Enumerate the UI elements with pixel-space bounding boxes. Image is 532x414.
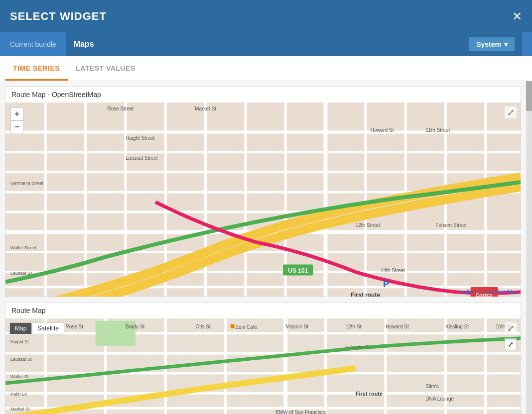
bundle-select[interactable]: Maps System ▾ bbox=[66, 32, 522, 56]
svg-text:Rose Street: Rose Street bbox=[107, 106, 133, 111]
osm-map[interactable]: US 101 First route 434A Market St Rose S… bbox=[5, 103, 521, 297]
scrollbar[interactable] bbox=[526, 81, 532, 414]
svg-text:Brady St: Brady St bbox=[126, 324, 145, 329]
google-expand-inner-icon[interactable]: ⤢ bbox=[505, 338, 517, 350]
osm-expand-icon[interactable]: ⤢ bbox=[505, 106, 517, 118]
tab-time-series[interactable]: TIME SERIES bbox=[5, 57, 68, 81]
svg-text:Kissling St: Kissling St bbox=[445, 324, 469, 329]
widget-card-osm: Route Map - OpenStreetMap bbox=[5, 86, 521, 297]
svg-text:P: P bbox=[383, 279, 389, 289]
widget-card-google: Route Map bbox=[5, 302, 521, 414]
svg-text:Haight Street: Haight Street bbox=[126, 135, 155, 141]
tab-bar: TIME SERIES LATEST VALUES bbox=[0, 56, 532, 81]
map-toggle-map[interactable]: Map bbox=[9, 322, 32, 334]
bundle-select-inner: Maps bbox=[74, 40, 470, 49]
scrollbar-thumb[interactable] bbox=[526, 81, 532, 111]
close-icon[interactable]: ✕ bbox=[512, 9, 522, 23]
svg-text:Howard St: Howard St bbox=[386, 324, 409, 329]
svg-text:Howard St: Howard St bbox=[371, 127, 394, 133]
svg-text:Laussat St: Laussat St bbox=[10, 357, 32, 362]
svg-text:Rose St: Rose St bbox=[65, 324, 83, 329]
tab-latest-values[interactable]: LATEST VALUES bbox=[68, 57, 143, 81]
system-dropdown[interactable]: System ▾ bbox=[469, 37, 515, 51]
widget-title-google: Route Map bbox=[11, 307, 45, 314]
main-content: Route Map - OpenStreetMap bbox=[0, 81, 532, 414]
zoom-out-button[interactable]: − bbox=[10, 120, 23, 133]
svg-text:Waller Street: Waller Street bbox=[10, 245, 36, 250]
svg-text:Otis St: Otis St bbox=[195, 324, 210, 329]
chevron-down-icon: ▾ bbox=[504, 40, 508, 48]
dialog-header: SELECT WIDGET ✕ bbox=[0, 0, 532, 32]
svg-text:Market St: Market St bbox=[10, 407, 30, 412]
svg-text:Haight St: Haight St bbox=[10, 339, 29, 344]
osm-attribution-link[interactable]: © OpenStreetMap bbox=[477, 289, 518, 295]
svg-text:First route: First route bbox=[351, 292, 381, 297]
svg-text:11th Street: 11th Street bbox=[425, 127, 450, 133]
bundle-name: Maps bbox=[74, 40, 94, 49]
svg-text:12th St: 12th St bbox=[346, 324, 362, 329]
svg-text:Germania Street: Germania Street bbox=[10, 181, 44, 186]
google-map[interactable]: Rose St Brady St Otis St Mission St 12th… bbox=[5, 318, 521, 414]
bundle-bar: Current bundle Maps System ▾ bbox=[0, 32, 532, 56]
osm-map-svg: US 101 First route 434A Market St Rose S… bbox=[5, 103, 521, 297]
widget-list[interactable]: Route Map - OpenStreetMap bbox=[0, 81, 526, 414]
svg-text:Waller St: Waller St bbox=[10, 374, 29, 379]
svg-text:Mission St: Mission St bbox=[285, 324, 308, 329]
google-expand-icon[interactable]: ⤢ bbox=[505, 322, 517, 334]
dialog-title: SELECT WIDGET bbox=[10, 10, 107, 23]
leaflet-link[interactable]: Leaflet bbox=[458, 289, 473, 295]
system-label: System bbox=[476, 40, 501, 48]
svg-text:Slim's: Slim's bbox=[425, 384, 438, 389]
svg-text:US 101: US 101 bbox=[288, 267, 308, 274]
widget-card-google-header: Route Map bbox=[5, 303, 521, 318]
map-toggle-satellite[interactable]: Satellite bbox=[32, 322, 64, 334]
current-bundle-label: Current bundle bbox=[10, 40, 56, 48]
osm-zoom-controls: + − bbox=[10, 107, 23, 133]
google-map-svg: Rose St Brady St Otis St Mission St 12th… bbox=[5, 318, 521, 414]
svg-text:DNA Lounge: DNA Lounge bbox=[425, 396, 454, 402]
svg-text:Market St: Market St bbox=[195, 106, 216, 111]
svg-text:Laussat St: Laussat St bbox=[10, 271, 32, 276]
svg-text:First route: First route bbox=[356, 391, 383, 397]
widget-title-osm: Route Map - OpenStreetMap bbox=[11, 91, 101, 99]
map-toggle-controls: Map Satellite bbox=[9, 322, 64, 334]
svg-text:Folsom Street: Folsom Street bbox=[435, 222, 467, 228]
widget-card-osm-header: Route Map - OpenStreetMap bbox=[5, 87, 521, 103]
svg-text:12th Street: 12th Street bbox=[356, 222, 380, 228]
zoom-in-button[interactable]: + bbox=[10, 107, 23, 120]
svg-text:Laussat Street: Laussat Street bbox=[126, 155, 158, 161]
svg-text:Lafayette St: Lafayette St bbox=[346, 344, 370, 349]
leaflet-attribution: Leaflet | © OpenStreetMap bbox=[458, 289, 518, 295]
svg-text:BMW of San Francisco: BMW of San Francisco bbox=[275, 410, 327, 414]
svg-text:Zuni Café: Zuni Café bbox=[236, 324, 258, 330]
svg-text:Palm Ln: Palm Ln bbox=[10, 392, 27, 397]
svg-text:14th Street: 14th Street bbox=[381, 268, 405, 273]
svg-rect-84 bbox=[231, 324, 235, 328]
